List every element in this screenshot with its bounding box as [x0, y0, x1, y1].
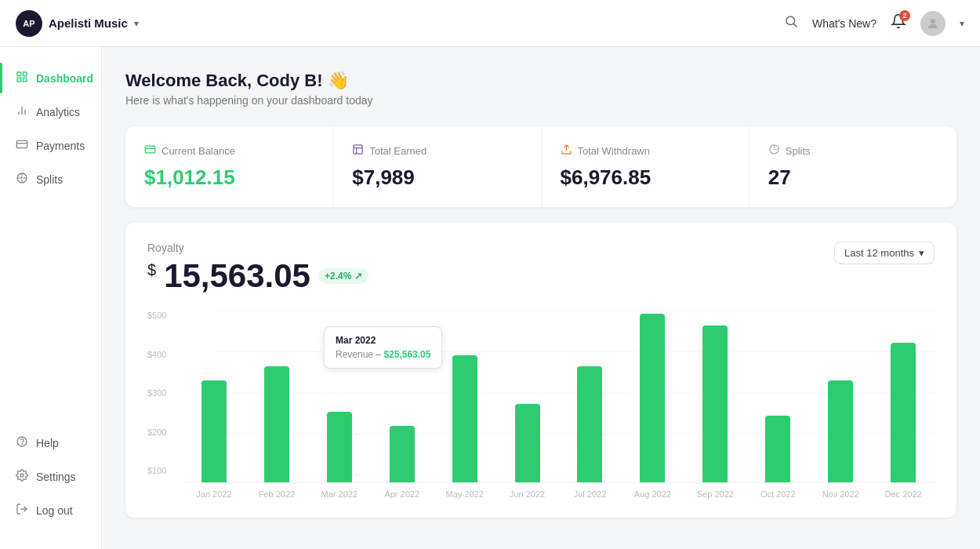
avatar-dropdown-chevron[interactable]: ▾ [960, 18, 964, 29]
notification-button[interactable]: 2 [891, 13, 906, 33]
welcome-name: Cody B! 👋 [256, 71, 348, 90]
svg-rect-14 [145, 146, 155, 153]
settings-icon [16, 469, 28, 484]
x-label-8: Sep 2022 [684, 489, 746, 499]
topnav-right: What's New? 2 ▾ [784, 11, 964, 36]
period-select[interactable]: Last 12 months ▾ [834, 242, 935, 264]
svg-point-0 [786, 16, 795, 25]
royalty-amount: $ 15,563.05 +2.4% ↗ [147, 257, 368, 295]
sidebar-item-payments[interactable]: Payments [0, 130, 101, 161]
bar-9[interactable] [765, 416, 790, 482]
bars-row [183, 311, 935, 483]
bar-col-3 [371, 426, 434, 482]
period-chevron-icon: ▾ [919, 247, 924, 259]
svg-rect-7 [16, 140, 27, 147]
main-layout: Dashboard Analytics Payments [0, 47, 980, 549]
stat-label-splits: Splits [768, 144, 938, 158]
y-label-400: $400 [147, 350, 166, 359]
stat-value-total-withdrawn: $6,976.85 [561, 165, 730, 190]
bar-0[interactable] [201, 380, 227, 482]
sidebar-label-splits: Splits [36, 173, 63, 186]
sidebar-label-analytics: Analytics [36, 106, 80, 118]
x-label-2: Mar 2022 [308, 489, 371, 499]
chart-section: Royalty $ 15,563.05 +2.4% ↗ Last 12 mont… [125, 223, 956, 518]
sidebar-item-splits[interactable]: Splits [0, 164, 101, 195]
y-label-200: $200 [147, 427, 166, 437]
payments-icon [16, 138, 28, 153]
x-label-10: Nov 2022 [809, 489, 872, 499]
stat-card-total-withdrawn: Total Withdrawn $6,976.85 [542, 126, 750, 207]
bar-col-9 [746, 416, 809, 482]
sidebar-item-settings[interactable]: Settings [0, 461, 101, 492]
stat-value-total-earned: $7,989 [352, 165, 521, 190]
bar-4[interactable] [452, 355, 477, 482]
sidebar-label-payments: Payments [36, 140, 85, 152]
stat-label-total-earned: Total Earned [352, 144, 521, 158]
app-logo-section[interactable]: AP Apelisti Music ▾ [16, 10, 139, 37]
bar-6[interactable] [577, 366, 602, 482]
stat-card-total-earned: Total Earned $7,989 [333, 126, 541, 207]
total-withdrawn-icon [561, 144, 572, 158]
svg-rect-5 [23, 78, 27, 82]
app-dropdown-chevron[interactable]: ▾ [134, 18, 139, 29]
stat-label-total-withdrawn: Total Withdrawn [561, 144, 730, 158]
royalty-dollar-sign: $ [147, 261, 156, 279]
bar-col-0 [183, 380, 245, 482]
x-label-3: Apr 2022 [371, 489, 434, 499]
x-label-1: Feb 2022 [245, 489, 308, 499]
svg-point-11 [22, 444, 23, 445]
x-label-0: Jan 2022 [183, 489, 245, 499]
chart-area: Mar 2022 Revenue – $25,563.05 Jan 2022Fe… [183, 311, 935, 499]
bar-1[interactable] [264, 366, 289, 482]
svg-point-12 [20, 474, 24, 477]
sidebar-item-help[interactable]: Help [0, 427, 101, 458]
bar-chart: $500 $400 $300 $200 $100 [147, 311, 935, 499]
welcome-subtitle: Here is what's happening on your dashboa… [125, 94, 956, 107]
help-icon [16, 435, 28, 450]
logo-icon: AP [16, 10, 42, 37]
royalty-number: 15,563.05 [164, 257, 310, 295]
x-label-6: Jul 2022 [559, 489, 622, 499]
chart-header: Royalty $ 15,563.05 +2.4% ↗ Last 12 mont… [147, 242, 935, 295]
y-axis: $500 $400 $300 $200 $100 [147, 311, 166, 475]
avatar[interactable] [920, 11, 946, 36]
sidebar-label-dashboard: Dashboard [36, 72, 93, 85]
x-label-4: May 2022 [434, 489, 496, 499]
svg-rect-4 [23, 72, 27, 76]
topnav: AP Apelisti Music ▾ What's New? 2 ▾ [0, 0, 980, 47]
bar-col-5 [496, 404, 559, 482]
royalty-badge: +2.4% ↗ [318, 268, 368, 284]
bar-col-2 [308, 412, 371, 482]
bar-3[interactable] [390, 426, 415, 482]
bar-col-10 [809, 380, 872, 482]
bar-11[interactable] [891, 343, 916, 482]
whats-new-button[interactable]: What's New? [812, 17, 877, 30]
royalty-info: Royalty $ 15,563.05 +2.4% ↗ [147, 242, 368, 295]
x-label-9: Oct 2022 [746, 489, 809, 499]
bar-10[interactable] [828, 380, 853, 482]
svg-rect-16 [354, 145, 362, 154]
analytics-icon [16, 104, 28, 119]
dashboard-icon [16, 71, 28, 85]
royalty-label: Royalty [147, 242, 368, 254]
sidebar-label-help: Help [36, 437, 59, 449]
sidebar-label-logout: Log out [36, 504, 73, 517]
bar-col-8 [684, 325, 746, 482]
bar-2[interactable] [327, 412, 352, 482]
svg-point-2 [931, 19, 935, 24]
search-icon[interactable] [784, 14, 798, 32]
splits-icon [16, 172, 28, 187]
sidebar-item-analytics[interactable]: Analytics [0, 96, 101, 127]
bar-col-7 [621, 314, 684, 482]
bar-8[interactable] [702, 325, 728, 482]
stat-card-current-balance: Current Balance $1,012.15 [125, 126, 333, 207]
bar-5[interactable] [515, 404, 540, 482]
sidebar-item-dashboard[interactable]: Dashboard [0, 63, 101, 93]
sidebar-item-logout[interactable]: Log out [0, 495, 101, 525]
notification-badge: 2 [899, 10, 910, 21]
svg-line-1 [793, 24, 797, 27]
y-label-300: $300 [147, 388, 166, 398]
stat-card-splits: Splits 27 [750, 126, 956, 207]
bar-7[interactable] [640, 314, 665, 482]
stat-value-splits: 27 [768, 165, 938, 190]
